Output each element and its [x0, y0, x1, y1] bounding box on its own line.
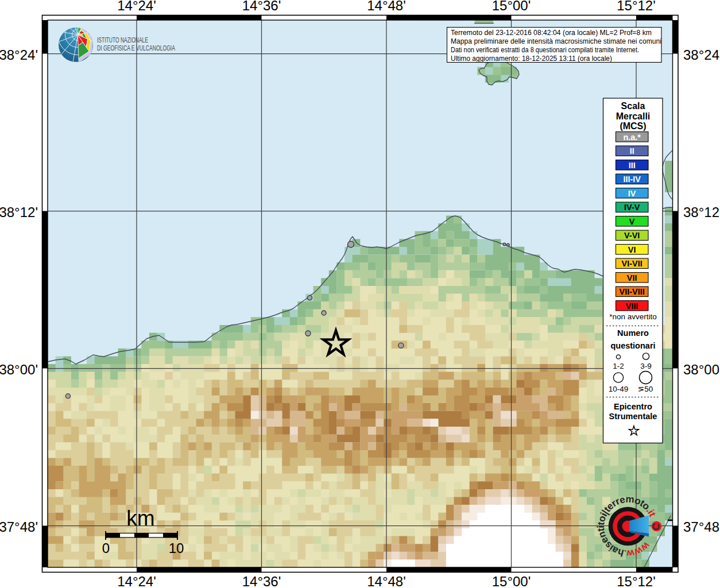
svg-text:VI-VII: VI-VII	[622, 259, 642, 268]
svg-text:38°00': 38°00'	[0, 362, 38, 377]
svg-text:37°48': 37°48'	[0, 519, 38, 535]
svg-text:V: V	[629, 217, 635, 226]
svg-text:15°00': 15°00'	[492, 574, 531, 588]
svg-text:14°36': 14°36'	[242, 0, 281, 13]
svg-text:15°12': 15°12'	[617, 574, 656, 588]
svg-text:Terremoto del 23-12-2016 08:42: Terremoto del 23-12-2016 08:42:04 (ora l…	[451, 28, 652, 37]
svg-text:VII-VIII: VII-VIII	[620, 287, 645, 296]
svg-text:VIII: VIII	[626, 301, 638, 311]
svg-text:Scala: Scala	[621, 101, 645, 111]
svg-text:questionari: questionari	[610, 341, 655, 350]
svg-text:38°12': 38°12'	[683, 204, 720, 220]
svg-text:0: 0	[102, 540, 110, 556]
svg-text:IV: IV	[628, 189, 636, 198]
svg-text:⋝50: ⋝50	[638, 385, 653, 393]
svg-text:38°24': 38°24'	[0, 47, 38, 63]
svg-text:III: III	[629, 161, 636, 170]
svg-text:3-9: 3-9	[640, 362, 652, 370]
svg-text:Mappa preliminare delle intens: Mappa preliminare delle intensità macros…	[451, 37, 661, 45]
svg-text:Mercalli: Mercalli	[616, 111, 651, 121]
svg-text:VI: VI	[628, 245, 636, 254]
svg-text:Dati non verificati estratti d: Dati non verificati estratti da 8 questi…	[451, 45, 639, 54]
svg-text:15°00': 15°00'	[492, 0, 531, 13]
svg-text:Epicentro: Epicentro	[614, 402, 652, 411]
svg-text:14°36': 14°36'	[242, 574, 281, 588]
svg-text:14°48': 14°48'	[367, 0, 406, 13]
svg-text:10-49: 10-49	[609, 385, 629, 393]
svg-text:37°48': 37°48'	[683, 519, 720, 535]
svg-text:Strumentale: Strumentale	[609, 412, 657, 421]
svg-text:Ultimo aggiornamento: 18-12-20: Ultimo aggiornamento: 18-12-2025 13:11 (…	[451, 54, 612, 63]
svg-text:14°48': 14°48'	[367, 574, 406, 588]
svg-text:10: 10	[169, 540, 184, 556]
svg-text:38°00': 38°00'	[683, 362, 720, 377]
svg-text:III-IV: III-IV	[623, 175, 641, 184]
svg-text:(MCS): (MCS)	[620, 121, 646, 131]
svg-text:14°24': 14°24'	[117, 574, 156, 588]
svg-text:38°12': 38°12'	[0, 204, 38, 220]
svg-text:38°24': 38°24'	[683, 47, 720, 63]
svg-text:VII: VII	[627, 273, 637, 283]
svg-text:km: km	[126, 506, 154, 530]
svg-text:*non avvertito: *non avvertito	[609, 312, 657, 321]
svg-text:II: II	[630, 146, 634, 156]
svg-text:IV-V: IV-V	[624, 203, 640, 212]
svg-text:Numero: Numero	[617, 328, 649, 338]
svg-text:15°12': 15°12'	[617, 0, 656, 13]
svg-text:DI GEOFISICA E VULCANOLOGIA: DI GEOFISICA E VULCANOLOGIA	[97, 44, 175, 52]
svg-text:V-VI: V-VI	[624, 231, 640, 240]
svg-text:14°24': 14°24'	[117, 0, 156, 13]
svg-text:ISTITUTO NAZIONALE: ISTITUTO NAZIONALE	[97, 36, 148, 44]
svg-text:1-2: 1-2	[613, 362, 624, 370]
svg-text:n.a.*: n.a.*	[623, 133, 641, 142]
